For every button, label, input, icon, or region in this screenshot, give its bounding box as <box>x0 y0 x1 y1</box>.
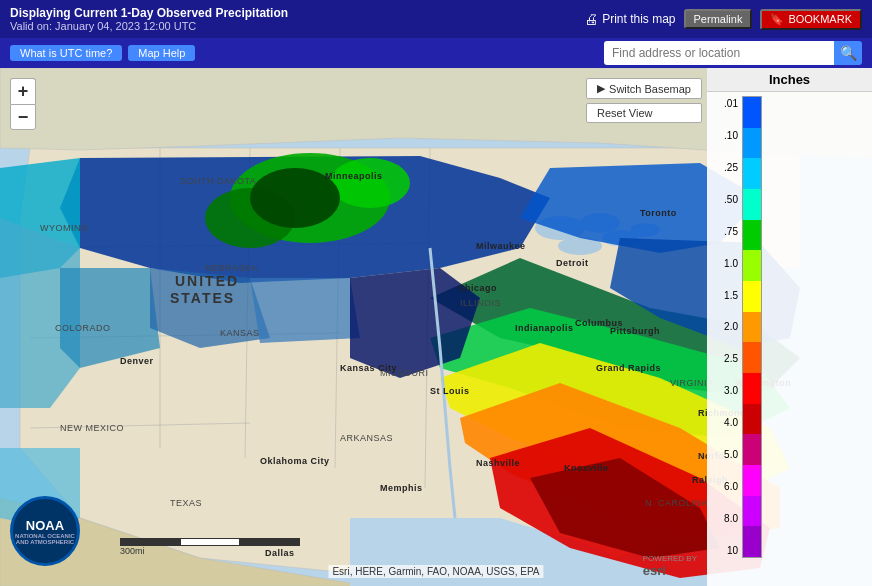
zoom-in-button[interactable]: + <box>10 78 36 104</box>
esri-logo: POWERED BY esri <box>643 554 697 578</box>
svg-point-16 <box>250 168 340 228</box>
legend-label: 1.0 <box>707 258 738 269</box>
legend-color-segment <box>743 465 761 496</box>
powered-by-text: POWERED BY <box>643 554 697 563</box>
legend-color-segment <box>743 97 761 128</box>
legend-color-bar <box>742 96 762 558</box>
legend-color-segment <box>743 434 761 465</box>
search-button[interactable]: 🔍 <box>834 41 862 65</box>
legend-color-segment <box>743 312 761 343</box>
header-actions: 🖨 Print this map Permalink 🔖 BOOKMARK <box>584 9 862 30</box>
legend-color-segment <box>743 342 761 373</box>
map-help-button[interactable]: Map Help <box>128 45 195 61</box>
map-title: Displaying Current 1-Day Observed Precip… <box>10 6 288 20</box>
legend-color-segment <box>743 158 761 189</box>
switch-basemap-button[interactable]: ▶ Switch Basemap <box>586 78 702 99</box>
svg-point-15 <box>330 158 410 208</box>
search-container: 🔍 <box>604 41 862 65</box>
permalink-button[interactable]: Permalink <box>684 9 753 29</box>
noaa-logo: NOAA NATIONAL OCEANIC AND ATMOSPHERIC <box>10 496 80 566</box>
legend-label: .10 <box>707 130 738 141</box>
header-left: Displaying Current 1-Day Observed Precip… <box>10 6 288 32</box>
zoom-out-button[interactable]: − <box>10 104 36 130</box>
print-label: Print this map <box>602 12 675 26</box>
header: Displaying Current 1-Day Observed Precip… <box>0 0 872 38</box>
legend-label: 2.0 <box>707 321 738 332</box>
bookmark-label: BOOKMARK <box>788 13 852 25</box>
legend-label: 1.5 <box>707 290 738 301</box>
bookmark-icon: 🔖 <box>770 13 784 26</box>
map-container[interactable]: + − ▶ Switch Basemap Reset View UNITED S… <box>0 68 872 586</box>
legend-label: 8.0 <box>707 513 738 524</box>
noaa-emblem: NOAA NATIONAL OCEANIC AND ATMOSPHERIC <box>10 496 80 566</box>
map-attribution: Esri, HERE, Garmin, FAO, NOAA, USGS, EPA <box>328 565 543 578</box>
print-button[interactable]: 🖨 Print this map <box>584 11 675 27</box>
legend-label: 5.0 <box>707 449 738 460</box>
legend-label: .50 <box>707 194 738 205</box>
legend-label: .25 <box>707 162 738 173</box>
reset-view-button[interactable]: Reset View <box>586 103 702 123</box>
legend-color-segment <box>743 281 761 312</box>
legend-labels: .01.10.25.50.751.01.52.02.53.04.05.06.08… <box>707 96 742 558</box>
search-icon: 🔍 <box>840 45 857 61</box>
legend-color-segment <box>743 404 761 435</box>
legend-label: 6.0 <box>707 481 738 492</box>
legend-color-segment <box>743 128 761 159</box>
legend-color-segment <box>743 496 761 527</box>
toolbar-left: What is UTC time? Map Help <box>10 45 195 61</box>
legend-label: 4.0 <box>707 417 738 428</box>
legend-color-segment <box>743 250 761 281</box>
toolbar: What is UTC time? Map Help 🔍 <box>0 38 872 68</box>
legend-label: .75 <box>707 226 738 237</box>
legend-scale: .01.10.25.50.751.01.52.02.53.04.05.06.08… <box>707 92 872 562</box>
bookmark-button[interactable]: 🔖 BOOKMARK <box>760 9 862 30</box>
esri-text: esri <box>643 563 697 578</box>
switch-basemap-label: Switch Basemap <box>609 83 691 95</box>
legend-color-segment <box>743 526 761 557</box>
noaa-subtitle: NATIONAL OCEANIC AND ATMOSPHERIC <box>13 533 77 545</box>
legend-label: 3.0 <box>707 385 738 396</box>
legend-color-segment <box>743 189 761 220</box>
legend-title: Inches <box>707 68 872 92</box>
legend-color-segment <box>743 220 761 251</box>
legend-label: 2.5 <box>707 353 738 364</box>
map-controls: ▶ Switch Basemap Reset View <box>586 78 702 123</box>
valid-date: Valid on: January 04, 2023 12:00 UTC <box>10 20 288 32</box>
legend-label: .01 <box>707 98 738 109</box>
scale-label: 300mi <box>120 546 145 556</box>
basemap-arrow-icon: ▶ <box>597 82 605 95</box>
utc-time-button[interactable]: What is UTC time? <box>10 45 122 61</box>
legend-color-segment <box>743 373 761 404</box>
legend: Inches .01.10.25.50.751.01.52.02.53.04.0… <box>707 68 872 586</box>
noaa-text: NOAA <box>26 518 64 533</box>
zoom-controls: + − <box>10 78 36 130</box>
printer-icon: 🖨 <box>584 11 598 27</box>
legend-label: 10 <box>707 545 738 556</box>
scale-bar: 300mi <box>120 536 300 556</box>
search-input[interactable] <box>604 41 834 65</box>
